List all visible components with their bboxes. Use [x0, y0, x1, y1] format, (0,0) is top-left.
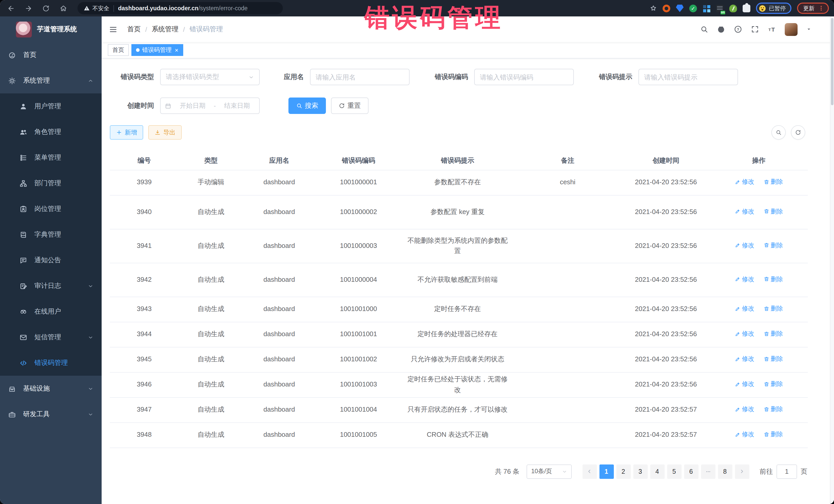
paused-badge[interactable]: 已暂停 [756, 3, 791, 14]
sidebar-item-0[interactable]: 首页 [0, 42, 102, 68]
page-button-8[interactable]: 8 [718, 464, 732, 479]
sidebar-item-14[interactable]: 研发工具 [0, 401, 102, 427]
page-button-2[interactable]: 2 [616, 464, 631, 479]
page-unit-label: 页 [800, 467, 807, 476]
close-tag-icon[interactable]: × [175, 47, 178, 53]
sidebar-item-7[interactable]: 字典管理 [0, 222, 102, 247]
edit-link[interactable]: 修改 [735, 274, 754, 284]
ext-key-green-icon[interactable] [729, 4, 737, 12]
edit-link[interactable]: 修改 [735, 354, 754, 364]
github-icon[interactable] [717, 25, 725, 34]
sidebar-item-11[interactable]: 短信管理 [0, 324, 102, 350]
pager-ellipsis[interactable] [701, 464, 715, 479]
app-logo[interactable]: 芋道管理系统 [0, 17, 102, 42]
security-status[interactable]: 不安全 [84, 4, 109, 12]
font-size-icon[interactable]: TT [768, 25, 776, 34]
edit-link[interactable]: 修改 [735, 206, 754, 216]
ext-tabs-on-icon[interactable] [716, 4, 724, 12]
sidebar-item-8[interactable]: 通知公告 [0, 247, 102, 273]
browser-menu-dots-icon[interactable] [818, 5, 824, 11]
edit-link[interactable]: 修改 [735, 430, 754, 439]
refresh-table-button[interactable] [791, 125, 805, 139]
app-name-input[interactable] [316, 73, 404, 81]
sidebar-item-9[interactable]: 审计日志 [0, 273, 102, 299]
sidebar-item-2[interactable]: 用户管理 [0, 93, 102, 119]
sidebar-item-1[interactable]: 系统管理 [0, 68, 102, 93]
fullscreen-icon[interactable] [751, 25, 759, 34]
user-avatar[interactable] [785, 23, 797, 36]
goto-page-input[interactable] [776, 464, 797, 479]
scrollbar-thumb[interactable] [831, 18, 833, 105]
delete-link[interactable]: 删除 [764, 304, 783, 313]
cell-type: 自动生成 [179, 322, 243, 347]
delete-link[interactable]: 删除 [764, 430, 783, 439]
page-button-4[interactable]: 4 [650, 464, 664, 479]
edit-link[interactable]: 修改 [735, 304, 754, 313]
cell-remark [513, 297, 622, 322]
url-text: dashboard.yudao.iocoder.cn/system/error-… [118, 5, 248, 11]
page-scrollbar[interactable] [830, 17, 834, 504]
ext-pin-blue-icon[interactable] [676, 4, 684, 12]
tag-0[interactable]: 首页 [108, 44, 129, 56]
sidebar-item-4[interactable]: 菜单管理 [0, 145, 102, 170]
toggle-search-button[interactable] [771, 125, 786, 139]
help-icon[interactable]: ? [734, 25, 742, 34]
user-menu-caret-icon[interactable] [806, 27, 811, 32]
back-icon[interactable] [7, 4, 15, 12]
delete-link[interactable]: 删除 [764, 404, 783, 414]
cell-code: 1001001001 [315, 322, 402, 347]
export-button[interactable]: 导出 [148, 125, 182, 139]
edit-link[interactable]: 修改 [735, 177, 754, 187]
delete-link[interactable]: 删除 [764, 274, 783, 284]
delete-link[interactable]: 删除 [764, 240, 783, 250]
date-range-picker[interactable]: 开始日期 - 结束日期 [160, 97, 260, 114]
delete-link[interactable]: 删除 [764, 206, 783, 216]
reset-button[interactable]: 重置 [331, 97, 369, 114]
edit-link[interactable]: 修改 [735, 404, 754, 414]
edit-link[interactable]: 修改 [735, 240, 754, 250]
error-code-input[interactable] [480, 73, 568, 81]
page-button-1[interactable]: 1 [599, 464, 614, 479]
ext-check-green-icon[interactable]: ✓ [689, 4, 697, 12]
ext-circle-orange-icon[interactable] [663, 4, 670, 12]
edit-link[interactable]: 修改 [735, 379, 754, 389]
sidebar-item-5[interactable]: 部门管理 [0, 170, 102, 196]
delete-link[interactable]: 删除 [764, 354, 783, 364]
sidebar-item-12[interactable]: 错误码管理 [0, 350, 102, 376]
edit-link[interactable]: 修改 [735, 329, 754, 338]
search-icon[interactable] [700, 25, 708, 34]
sidebar-item-10[interactable]: 在线用户 [0, 299, 102, 324]
filter-row-1: 错误码类型 请选择错误码类型 应用名 错误码编码 [110, 69, 826, 85]
search-button[interactable]: 搜索 [288, 97, 326, 114]
delete-link[interactable]: 删除 [764, 177, 783, 187]
ext-grid-blue-icon[interactable] [703, 4, 710, 12]
reload-icon[interactable] [42, 4, 50, 12]
page-button-5[interactable]: 5 [667, 464, 681, 479]
error-hint-input[interactable] [644, 73, 732, 81]
cell-id: 3943 [110, 297, 179, 322]
address-bar[interactable]: 不安全 dashboard.yudao.iocoder.cn/system/er… [78, 2, 283, 14]
breadcrumb-item-0[interactable]: 首页 [127, 25, 140, 34]
ext-puzzle-white-icon[interactable] [743, 4, 750, 12]
table-body: 3939手动编辑dashboard1001000001参数配置不存在ceshi2… [110, 170, 808, 447]
tag-1[interactable]: 错误码管理× [131, 44, 183, 56]
home-icon[interactable] [60, 4, 67, 12]
add-button[interactable]: 新增 [110, 125, 143, 139]
sidebar-item-6[interactable]: 岗位管理 [0, 196, 102, 222]
sidebar-item-13[interactable]: 基础设施 [0, 376, 102, 401]
page-button-3[interactable]: 3 [633, 464, 648, 479]
error-type-select[interactable]: 请选择错误码类型 [160, 69, 260, 85]
cell-app: dashboard [243, 322, 315, 347]
breadcrumb-item-1[interactable]: 系统管理 [152, 25, 178, 34]
next-page-button[interactable] [735, 464, 749, 479]
collapse-sidebar-icon[interactable] [109, 25, 117, 34]
update-button[interactable]: 更新 [797, 3, 829, 14]
sidebar-item-3[interactable]: 角色管理 [0, 119, 102, 145]
delete-link[interactable]: 删除 [764, 329, 783, 338]
forward-icon[interactable] [25, 4, 32, 12]
page-size-select[interactable]: 10条/页 [527, 464, 572, 479]
delete-link[interactable]: 删除 [764, 379, 783, 389]
prev-page-button[interactable] [582, 464, 597, 479]
page-button-6[interactable]: 6 [684, 464, 698, 479]
bookmark-star-icon[interactable] [650, 5, 657, 12]
